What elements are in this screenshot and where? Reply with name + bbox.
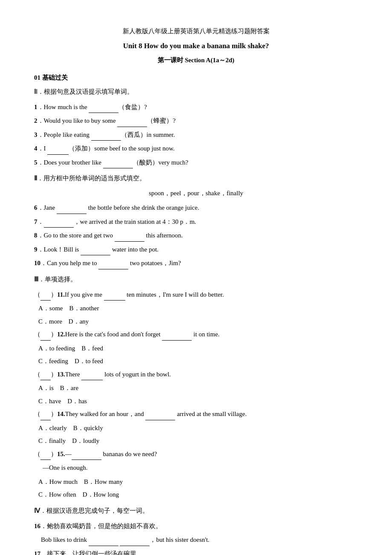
part2-heading: Ⅱ．用方框中所给单词的适当形式填空。 <box>34 173 358 184</box>
part3-heading: Ⅲ．单项选择。 <box>34 274 358 285</box>
options-14-ab: A．clearly B．quickly <box>34 422 358 434</box>
question-16-en: Bob likes to drink ，but his sister doesn… <box>34 534 358 546</box>
options-11-ab: A．some B．another <box>34 302 358 315</box>
question-12: （）12.Here is the cat's food and don't fo… <box>34 328 358 341</box>
question-2: 2．Would you like to buy some （蜂蜜）? <box>34 115 358 127</box>
question-6: 6．Jane the bottle before she drink the o… <box>34 202 358 214</box>
options-15-ab: A．How much B．How many <box>34 476 358 488</box>
word-box: spoon，peel，pour，shake，finally <box>34 188 358 199</box>
question-4: 4．I （添加）some beef to the soup just now. <box>34 142 358 155</box>
section-label: 第一课时 Section A(1a～2d) <box>34 55 358 66</box>
question-1: 1．How much is the （食盐）? <box>34 101 358 113</box>
question-3: 3．People like eating （西瓜）in summer. <box>34 129 358 141</box>
page-title: 新人教版八年级上册英语第八单元精选练习题附答案 <box>34 26 358 37</box>
question-9: 9．Look！Bill is water into the pot. <box>34 243 358 256</box>
options-11-cd: C．more D．any <box>34 315 358 328</box>
question-10: 10．Can you help me to two potatoes，Jim? <box>34 257 358 269</box>
question-15-sub: —One is enough. <box>34 462 358 474</box>
question-17-cn: 17．接下来，让我们倒一些汤在碗里。 <box>34 548 358 555</box>
part4-heading: Ⅳ．根据汉语意思完成句子，每空一词。 <box>34 505 358 517</box>
question-7: 7．，we arrived at the train station at 4：… <box>34 216 358 228</box>
options-12-ab: A．to feeding B．feed <box>34 342 358 355</box>
question-13: （）13.There lots of yogurt in the bowl. <box>34 368 358 381</box>
section-heading-01: 01 基础过关 <box>34 72 358 84</box>
options-12-cd: C．feeding D．to feed <box>34 355 358 367</box>
unit-title: Unit 8 How do you make a banana milk sha… <box>34 40 358 53</box>
options-13-cd: C．have D．has <box>34 395 358 408</box>
question-15: （）15.— bananas do we need? <box>34 448 358 460</box>
options-14-cd: C．finally D．loudly <box>34 435 358 447</box>
options-15-cd: C．How often D．How long <box>34 489 358 501</box>
options-13-ab: A．is B．are <box>34 382 358 394</box>
question-5: 5．Does your brother like （酸奶）very much? <box>34 156 358 169</box>
part1-heading: ⅠⅠ．根据句意及汉语提示填写单词。 <box>34 86 358 98</box>
question-16-cn: 16．鲍勃喜欢喝奶昔，但是他的姐姐不喜欢。 <box>34 520 358 532</box>
question-14: （）14.They walked for an hour，and arrived… <box>34 408 358 420</box>
question-8: 8．Go to the store and get two this after… <box>34 229 358 242</box>
question-11: （）11.If you give me ten minutes，I'm sure… <box>34 289 358 301</box>
